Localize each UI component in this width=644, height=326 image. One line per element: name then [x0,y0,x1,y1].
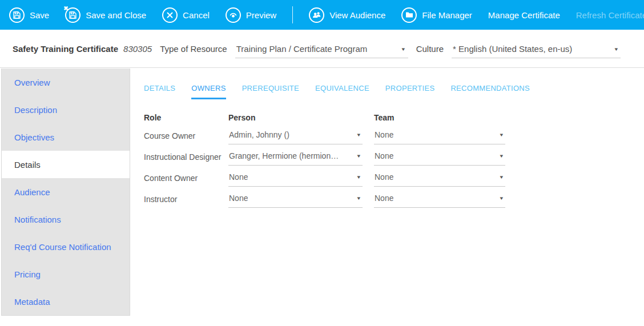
tab-bar: DETAILS OWNERS PREREQUISITE EQUIVALENCE … [144,84,644,99]
team-value: None [375,172,393,182]
file-manager-button[interactable]: File Manager [401,7,472,23]
preview-icon [226,7,241,23]
sidebar-item-metadata[interactable]: Metadata [2,288,130,315]
table-row-course-owner: Course Owner Admin, Johnny () ▾ None ▾ [144,129,644,144]
person-select-content-owner[interactable]: None ▾ [228,171,363,187]
save-icon [9,7,25,23]
sidebar: Overview Description Objectives Details … [1,69,130,316]
sidebar-item-reqd-course-notification[interactable]: Req'd Course Notification [2,233,130,260]
culture-value: * English (United States, en-us) [453,44,572,54]
sidebar-item-description[interactable]: Description [2,96,130,123]
save-and-close-icon: ✖ [65,7,80,23]
tab-details[interactable]: DETAILS [144,84,175,99]
chevron-down-icon: ▾ [357,195,361,201]
save-button-label: Save [30,10,49,20]
sidebar-item-overview[interactable]: Overview [2,69,130,96]
type-of-resource-select[interactable]: Training Plan / Certificate Program ▾ [235,42,408,58]
save-and-close-button[interactable]: ✖ Save and Close [65,7,146,23]
team-select-instructor[interactable]: None ▾ [374,192,505,208]
cancel-button[interactable]: Cancel [162,7,210,23]
chevron-down-icon: ▾ [402,46,405,52]
culture-label: Culture [416,44,444,54]
person-value: Granger, Hermione (hermion… [229,151,339,160]
tab-properties[interactable]: PROPERTIES [385,84,435,99]
person-select-instructor[interactable]: None ▾ [228,192,363,208]
view-audience-button[interactable]: View Audience [309,7,385,23]
role-label: Content Owner [144,171,228,183]
folder-icon [401,7,417,23]
person-value: None [229,194,248,203]
preview-button-label: Preview [246,10,276,20]
title-bar: Safety Training Certificate 830305 Type … [0,30,644,68]
cancel-button-label: Cancel [183,10,210,20]
column-header-person: Person [228,113,363,122]
sidebar-item-notifications[interactable]: Notifications [2,206,130,233]
chevron-down-icon: ▾ [500,174,504,180]
chevron-down-icon: ▾ [500,153,504,159]
owners-table: Role Person Team Course Owner Admin, Joh… [144,113,644,208]
audience-icon [309,7,324,23]
view-audience-button-label: View Audience [329,10,385,20]
sidebar-item-details[interactable]: Details [2,151,130,178]
chevron-down-icon: ▾ [500,132,504,138]
culture-select[interactable]: * English (United States, en-us) ▾ [452,42,621,58]
toolbar: Save ✖ Save and Close Cancel [0,0,644,30]
person-value: Admin, Johnny () [229,130,289,139]
type-of-resource-value: Training Plan / Certificate Program [236,44,368,54]
main-content: DETAILS OWNERS PREREQUISITE EQUIVALENCE … [130,68,644,214]
save-and-close-button-label: Save and Close [86,10,146,20]
sidebar-item-objectives[interactable]: Objectives [2,123,130,151]
column-header-team: Team [374,113,505,122]
person-select-instructional-designer[interactable]: Granger, Hermione (hermion… ▾ [228,150,363,166]
chevron-down-icon: ▾ [500,195,504,201]
role-label: Instructional Designer [144,150,228,162]
file-manager-button-label: File Manager [422,10,472,20]
chevron-down-icon: ▾ [357,174,361,180]
chevron-down-icon: ▾ [357,132,361,138]
type-of-resource-label: Type of Resource [160,44,227,54]
team-select-instructional-designer[interactable]: None ▾ [374,150,505,166]
sidebar-item-audience[interactable]: Audience [2,178,130,206]
column-header-role: Role [144,113,228,122]
chevron-down-icon: ▾ [357,153,361,159]
refresh-certificate-button-label: Refresh Certificate [576,10,644,20]
save-button[interactable]: Save [9,7,49,23]
preview-button[interactable]: Preview [226,7,276,23]
team-value: None [375,151,393,160]
chevron-down-icon: ▾ [614,46,618,52]
tab-recommendations[interactable]: RECOMMENDATIONS [450,84,530,99]
role-label: Course Owner [144,129,228,140]
sidebar-item-pricing[interactable]: Pricing [2,260,130,288]
tab-equivalence[interactable]: EQUIVALENCE [315,84,369,99]
table-row-content-owner: Content Owner None ▾ None ▾ [144,171,644,187]
table-row-instructor: Instructor None ▾ None ▾ [144,192,644,208]
tab-prerequisite[interactable]: PREREQUISITE [242,84,299,99]
manage-certificate-button[interactable]: Manage Certificate [488,10,560,20]
refresh-certificate-button[interactable]: Refresh Certificate [576,10,644,20]
tab-owners[interactable]: OWNERS [191,84,226,99]
toolbar-divider [292,6,293,23]
team-select-content-owner[interactable]: None ▾ [374,171,505,187]
team-select-course-owner[interactable]: None ▾ [374,129,505,144]
person-value: None [229,172,248,182]
team-value: None [375,130,393,139]
table-row-instructional-designer: Instructional Designer Granger, Hermione… [144,150,644,166]
close-mark-icon: ✖ [63,6,68,11]
cancel-icon [162,7,178,23]
role-label: Instructor [144,192,228,204]
person-select-course-owner[interactable]: Admin, Johnny () ▾ [228,129,363,144]
resource-id: 830305 [123,44,152,54]
owners-header-row: Role Person Team [144,113,644,122]
page-title: Safety Training Certificate [13,44,118,54]
team-value: None [375,194,393,203]
manage-certificate-button-label: Manage Certificate [488,10,560,20]
